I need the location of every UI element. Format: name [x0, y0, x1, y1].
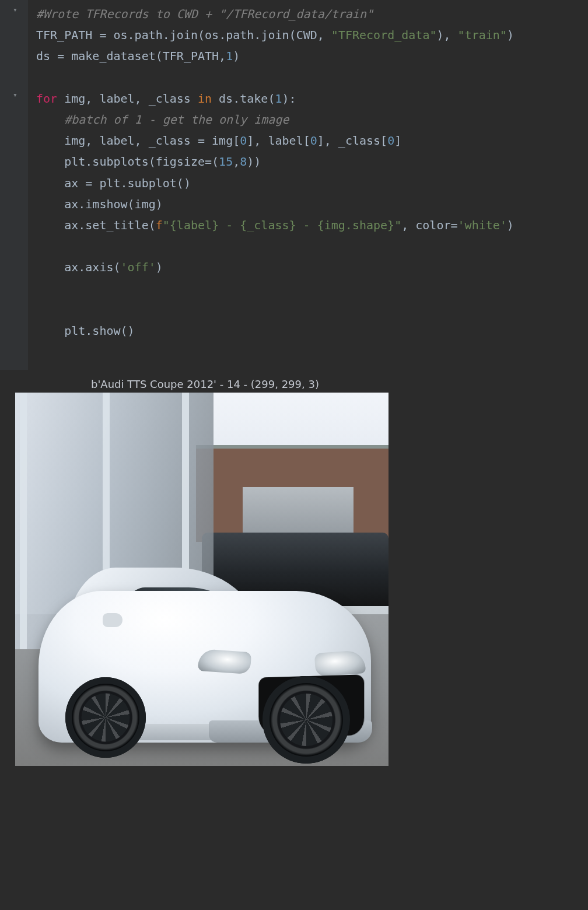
code-token: )	[254, 155, 261, 169]
code-token: ax	[64, 176, 85, 190]
code-token: CWD	[296, 28, 317, 42]
code-token: (	[268, 92, 275, 106]
code-token: plt	[99, 176, 120, 190]
code-token: path	[135, 28, 163, 42]
code-token: img, label, _class	[64, 134, 198, 148]
code-token: =	[99, 28, 113, 42]
code-token: .	[121, 176, 128, 190]
code-token: ]	[317, 134, 324, 148]
code-token: f	[156, 218, 163, 232]
code-token: ]	[394, 134, 401, 148]
code-token: .	[163, 28, 170, 42]
code-token: ]	[247, 134, 254, 148]
code-token: os	[113, 28, 127, 42]
editor-gutter[interactable]: ▾ ▾	[0, 0, 28, 370]
code-token: (	[121, 324, 128, 338]
code-token: 'off'	[121, 260, 156, 274]
code-token: plt	[64, 324, 85, 338]
code-token: (	[149, 155, 156, 169]
code-token: ds	[36, 49, 57, 63]
code-token: .	[233, 92, 240, 106]
code-token: ,	[254, 134, 268, 148]
code-token: ,	[444, 28, 458, 42]
code-token: 0	[310, 134, 317, 148]
code-token: "TFRecord_data"	[331, 28, 437, 42]
code-token: os	[205, 28, 219, 42]
code-token: .	[85, 155, 92, 169]
code-token: (	[289, 28, 296, 42]
code-token: 'white'	[458, 218, 507, 232]
code-token: 0	[240, 134, 247, 148]
fold-toggle-icon[interactable]: ▾	[13, 5, 18, 14]
code-token: subplot	[128, 176, 177, 190]
code-token: .	[78, 218, 85, 232]
image-detail	[20, 393, 27, 649]
code-token: img	[212, 134, 233, 148]
code-token: .	[254, 28, 261, 42]
code-token: set_title	[85, 218, 148, 232]
code-token: ,	[324, 134, 338, 148]
code-token: img, label, _class	[64, 92, 198, 106]
code-token: )	[247, 155, 254, 169]
code-token: 8	[240, 155, 247, 169]
code-token: axis	[85, 260, 113, 274]
code-token: :	[289, 92, 296, 106]
code-token: in	[198, 92, 219, 106]
code-token: ax	[64, 197, 78, 211]
code-editor[interactable]: #Wrote TFRecords to CWD + "/TFRecord_dat…	[28, 0, 588, 370]
code-token: )	[233, 49, 240, 63]
plot-title: b'Audi TTS Coupe 2012' - 14 - (299, 299,…	[91, 378, 588, 390]
code-token: )	[507, 218, 514, 232]
code-token: ax	[64, 218, 78, 232]
code-token: _class	[338, 134, 380, 148]
code-token: .	[85, 324, 92, 338]
output-image: Approved	[15, 393, 388, 766]
code-token: )	[184, 176, 191, 190]
fold-toggle-icon[interactable]: ▾	[13, 90, 18, 99]
code-comment: #Wrote TFRecords to CWD + "/TFRecord_dat…	[36, 7, 373, 21]
code-token: for	[36, 92, 64, 106]
code-token: )	[156, 260, 163, 274]
code-token: TFR_PATH	[163, 49, 219, 63]
code-cell: ▾ ▾ #Wrote TFRecords to CWD + "/TFRecord…	[0, 0, 588, 370]
code-token: )	[436, 28, 443, 42]
cell-output: b'Audi TTS Coupe 2012' - 14 - (299, 299,…	[0, 370, 588, 910]
code-token: subplots	[92, 155, 148, 169]
code-token: ds	[219, 92, 233, 106]
code-token: (	[149, 218, 156, 232]
code-token: [	[233, 134, 240, 148]
code-token: ax	[64, 260, 78, 274]
code-token: img	[135, 197, 156, 211]
code-token: .	[128, 28, 135, 42]
code-token: 15	[219, 155, 233, 169]
code-token: TFR_PATH	[36, 28, 99, 42]
code-token: label	[268, 134, 303, 148]
code-token: "{label} - {_class} - {img.shape}"	[163, 218, 401, 232]
code-token: ,	[219, 49, 226, 63]
code-token: join	[261, 28, 289, 42]
code-token: show	[92, 324, 120, 338]
code-token: "train"	[458, 28, 507, 42]
code-token: ,	[233, 155, 240, 169]
code-token: [	[380, 134, 387, 148]
code-token: .	[78, 260, 85, 274]
code-token: =	[451, 218, 458, 232]
code-token: (	[128, 197, 135, 211]
image-detail	[262, 676, 350, 764]
code-token: (	[177, 176, 184, 190]
code-token: =	[205, 155, 212, 169]
code-token: .	[219, 28, 226, 42]
code-token: 0	[387, 134, 394, 148]
code-token: (	[156, 49, 163, 63]
code-token: take	[240, 92, 268, 106]
code-token: plt	[64, 155, 85, 169]
code-token: imshow	[85, 197, 127, 211]
code-token: join	[170, 28, 198, 42]
image-detail	[103, 613, 123, 627]
code-comment: #batch of 1 - get the only image	[64, 113, 289, 127]
code-token: .	[78, 197, 85, 211]
code-token: )	[128, 324, 135, 338]
code-token: make_dataset	[71, 49, 156, 63]
code-token: figsize	[156, 155, 205, 169]
code-token: =	[85, 176, 99, 190]
